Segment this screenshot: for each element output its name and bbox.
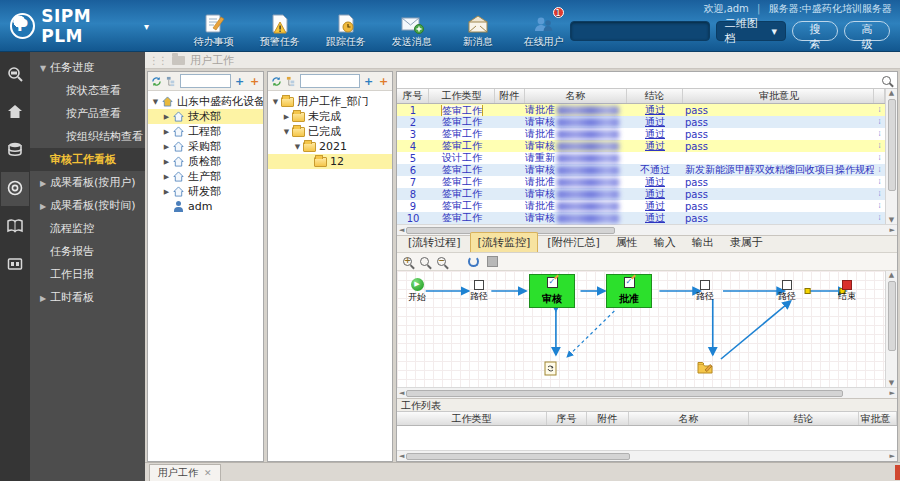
workflow-canvas[interactable]: ▶开始路径审核批准路径路径结束 [397,271,885,387]
grid-toggle-icon[interactable] [487,256,498,267]
table-vertical-scrollbar[interactable]: ▲ ▼ [885,89,897,224]
org-tree-node[interactable]: ▶生产部 [148,169,263,184]
refresh-icon[interactable] [150,75,163,88]
sidebar-item[interactable]: ▶成果看板(按时间) [30,194,145,217]
conclusion-link[interactable]: 通过 [645,188,665,199]
toolbar-button-todo[interactable]: 待办事项 [188,11,240,49]
org-tree-node[interactable]: ▶工程部 [148,124,263,139]
work-list-column-header[interactable]: 工作类型 [397,412,547,425]
org-tree-node[interactable]: ▶研发部 [148,184,263,199]
org-tree-node[interactable]: ▶质检部 [148,154,263,169]
workflow-task-node[interactable]: 审核 [529,274,575,308]
row-more-icon[interactable]: ⁞ [874,142,885,150]
conclusion-link[interactable]: 通过 [645,128,665,139]
collapse-all-icon[interactable]: + [377,75,390,88]
column-header[interactable]: 名称 [525,89,627,103]
work-tree-node[interactable]: ▶未完成 [268,109,392,124]
org-tree-node[interactable]: ▶采购部 [148,139,263,154]
expander-icon[interactable]: ▶ [162,113,171,121]
scroll-up-icon[interactable]: ▲ [889,271,894,279]
detail-tab[interactable]: [附件汇总] [540,233,607,252]
sidebar-item[interactable]: ▼任务进度 [30,56,145,79]
scroll-right-icon[interactable]: ► [890,452,895,460]
expander-icon[interactable]: ▶ [162,143,171,151]
expander-icon[interactable]: ▶ [162,128,171,136]
work-tree-node[interactable]: ▼已完成 [268,124,392,139]
detail-tab[interactable]: 输出 [685,233,721,252]
work-tree-filter-input[interactable] [300,74,360,88]
sidebar-item[interactable]: ▶工时看板 [30,286,145,309]
scroll-down-icon[interactable]: ▼ [889,216,894,224]
toolbar-button-online-users[interactable]: 1在线用户 [518,11,570,49]
sidebar-item[interactable]: ▶成果看板(按用户) [30,171,145,194]
locate-icon[interactable] [165,75,178,88]
refresh-layout-icon[interactable] [468,256,479,267]
row-more-icon[interactable]: ⁞ [874,214,885,222]
toolbar-button-send-message[interactable]: 发送消息 [386,11,438,49]
search-icon[interactable] [882,76,891,85]
expander-icon[interactable]: ▼ [151,98,160,106]
sidebar-item[interactable]: 审核工作看板 [30,148,145,171]
org-tree-node[interactable]: ▶技术部 [148,109,263,124]
org-tree-node[interactable]: ▼山东中盛药化设备有限公司 [148,94,263,109]
workflow-path-node[interactable]: 路径 [771,280,803,303]
refresh-icon[interactable] [270,75,283,88]
work-list-horizontal-scrollbar[interactable]: ◄ ► [397,450,897,461]
detail-tab[interactable]: [流转过程] [401,233,468,252]
search-category-select[interactable]: 二维图档 ▾ [716,21,786,41]
org-tree-node[interactable]: adm [148,199,263,214]
expander-icon[interactable]: ▶ [162,188,171,196]
zoom-out-icon[interactable]: − [437,257,446,266]
column-header[interactable]: 结论 [627,89,683,103]
detail-tab[interactable]: 隶属于 [723,233,770,252]
expand-all-icon[interactable]: + [362,75,375,88]
nav-strip-home-icon[interactable] [1,96,29,130]
scrollbar-thumb[interactable] [406,453,629,460]
scroll-right-icon[interactable]: ► [890,226,895,234]
bottom-tab-user-work[interactable]: 用户工作 ✕ [149,464,221,481]
toolbar-button-alert-task[interactable]: 预警任务 [254,11,306,49]
workflow-path-node[interactable]: 路径 [463,280,495,303]
row-more-icon[interactable]: ⁞ [874,118,885,126]
diagram-horizontal-scrollbar[interactable]: ◄ ► [397,387,897,398]
search-button[interactable]: 搜索 [792,21,838,41]
conclusion-link[interactable]: 通过 [645,200,665,211]
row-more-icon[interactable]: ⁞ [874,154,885,162]
sidebar-item[interactable]: 流程监控 [30,217,145,240]
zoom-in-icon[interactable]: + [403,257,412,266]
work-list-column-header[interactable]: 审批意 [859,412,897,425]
detail-tab[interactable]: [流转监控] [470,232,539,252]
column-header[interactable]: 附件 [495,89,525,103]
conclusion-link[interactable]: 通过 [645,176,665,187]
column-header[interactable]: 序号 [397,89,429,103]
global-search-input[interactable] [570,21,710,41]
conclusion-link[interactable]: 通过 [645,140,665,151]
sidebar-item[interactable]: 按组织结构查看 [30,125,145,148]
sidebar-item[interactable]: 工作日报 [30,263,145,286]
workflow-path-node[interactable]: 路径 [689,280,721,303]
row-more-icon[interactable]: ⁞ [874,106,885,114]
conclusion-link[interactable]: 通过 [645,104,665,115]
row-more-icon[interactable]: ⁞ [874,202,885,210]
scroll-down-icon[interactable]: ▼ [889,379,894,387]
toolbar-button-new-message[interactable]: 新消息 [452,11,504,49]
diagram-vertical-scrollbar[interactable]: ▲ ▼ [885,271,897,387]
conclusion-link[interactable]: 通过 [645,212,665,223]
work-list-column-header[interactable]: 结论 [749,412,859,425]
row-more-icon[interactable]: ⁞ [874,130,885,138]
expand-all-icon[interactable]: + [233,75,246,88]
app-logo[interactable]: P SIPM PLM ▾ [10,6,150,46]
org-tree-filter-input[interactable] [180,74,231,88]
locate-icon[interactable] [285,75,298,88]
scroll-right-icon[interactable]: ► [890,389,895,397]
doc-loop-icon[interactable] [544,361,557,379]
detail-tab[interactable]: 属性 [609,233,645,252]
work-list-column-header[interactable]: 附件 [587,412,629,425]
toolbar-button-track-task[interactable]: 跟踪任务 [320,11,372,49]
nav-strip-library-icon[interactable] [1,210,29,244]
advanced-search-button[interactable]: 高级 [844,21,890,41]
close-icon[interactable]: ✕ [204,468,212,478]
workflow-task-node[interactable]: 批准 [606,274,652,308]
work-tree-node[interactable]: ▼用户工作_部门 [268,94,392,109]
detail-tab[interactable]: 输入 [647,233,683,252]
